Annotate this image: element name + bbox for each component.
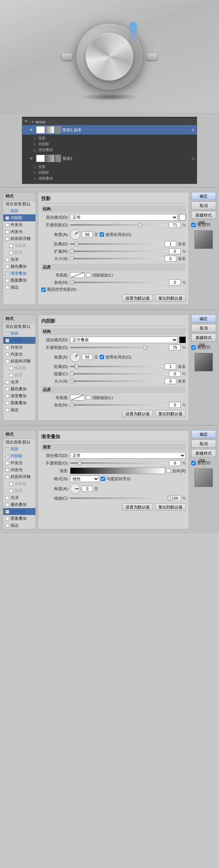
opacity-slider-2[interactable] bbox=[70, 347, 168, 348]
size-slider-1[interactable] bbox=[70, 258, 163, 259]
style-denggaoxian-2[interactable]: 等高线 bbox=[3, 365, 35, 372]
effect-touying1[interactable]: ⊙投影 bbox=[22, 135, 197, 141]
angle-input-2[interactable] bbox=[82, 354, 93, 360]
style-tuan-3[interactable]: 图案叠加 bbox=[3, 515, 35, 522]
opacity-input-3[interactable] bbox=[169, 460, 181, 466]
checkbox-denggaoxian-1[interactable] bbox=[9, 244, 13, 248]
style-guangze-3[interactable]: 光泽 bbox=[3, 494, 35, 501]
ok-btn-1[interactable]: 确定 bbox=[191, 192, 216, 200]
style-yanse-1[interactable]: 颜色叠加 bbox=[3, 263, 35, 270]
checkbox-guangze-1[interactable] bbox=[5, 258, 9, 262]
effect-jianbian2[interactable]: ⊙渐变叠加 bbox=[22, 176, 197, 181]
opacity-input-2[interactable] bbox=[169, 345, 181, 350]
style-wentl-2[interactable]: 纹理 bbox=[3, 372, 35, 379]
style-tuan-1[interactable]: 图案叠加 bbox=[3, 277, 35, 284]
style-neiyinying-2[interactable]: 内阴影 bbox=[3, 337, 35, 344]
style-guangze-2[interactable]: 光泽 bbox=[3, 379, 35, 386]
checkbox-yanse-1[interactable] bbox=[5, 265, 9, 268]
style-guangze-1[interactable]: 光泽 bbox=[3, 256, 35, 263]
style-denggaoxian-3[interactable]: 等高线 bbox=[3, 480, 35, 487]
checkbox-nfaguang-1[interactable] bbox=[5, 230, 9, 234]
size-input-1[interactable] bbox=[165, 256, 176, 262]
checkbox-neiyinying-3[interactable] bbox=[5, 454, 9, 458]
blend-mode-select-1[interactable]: 正常 bbox=[70, 214, 178, 221]
reset-default-btn-1[interactable]: 复位到默认值 bbox=[155, 294, 186, 302]
checkbox-miaobian-1[interactable] bbox=[5, 286, 9, 289]
noise-slider-1[interactable] bbox=[70, 282, 168, 283]
style-wentl-3[interactable]: 纹理 bbox=[3, 487, 35, 494]
style-wafaguang-1[interactable]: 外发光 bbox=[3, 221, 35, 228]
cancel-btn-2[interactable]: 取消 bbox=[191, 324, 216, 332]
opacity-input-1[interactable] bbox=[169, 222, 181, 228]
style-miaobian-1[interactable]: 描边 bbox=[3, 284, 35, 291]
style-nfaguang-1[interactable]: 内发光 bbox=[3, 228, 35, 235]
blend-color-1[interactable] bbox=[179, 214, 186, 221]
style-neiyinying-1[interactable]: 内阴影 bbox=[3, 214, 35, 221]
contour-preview-1[interactable] bbox=[70, 272, 85, 278]
checkbox-yanse-2[interactable] bbox=[5, 387, 9, 391]
style-yanse-3[interactable]: 颜色叠加 bbox=[3, 501, 35, 508]
new-style-btn-2[interactable]: 新建样式(W)... bbox=[191, 334, 216, 342]
layers-arrow-row[interactable]: 👁 ▼ arrow bbox=[22, 119, 197, 125]
style-jianbian-3[interactable]: 渐变叠加 bbox=[3, 508, 35, 515]
checkbox-neiyinying-2[interactable] bbox=[5, 339, 9, 342]
style-xieface-2[interactable]: 斜面和浮雕 bbox=[3, 358, 35, 365]
preview-check-3[interactable] bbox=[191, 461, 196, 465]
alias-check-2[interactable] bbox=[86, 395, 91, 400]
choke-input-2[interactable] bbox=[169, 371, 181, 377]
global-light-check-1[interactable] bbox=[100, 232, 104, 237]
angle-circle-1[interactable] bbox=[70, 229, 80, 240]
global-light-check-2[interactable] bbox=[100, 355, 104, 359]
checkbox-touying-1[interactable] bbox=[5, 209, 9, 213]
eye-icon[interactable]: 👁 bbox=[24, 119, 30, 124]
checkbox-xieface-2[interactable] bbox=[5, 360, 9, 363]
effect-touying2[interactable]: ⊙投影 bbox=[22, 164, 197, 170]
style-touying-2[interactable]: 投影 bbox=[3, 330, 35, 337]
checkbox-miaobian-3[interactable] bbox=[5, 524, 9, 527]
preview-check-1[interactable] bbox=[191, 223, 196, 227]
distance-slider-2[interactable] bbox=[70, 366, 163, 367]
style-miaobian-2[interactable]: 描边 bbox=[3, 406, 35, 413]
distance-slider-1[interactable] bbox=[70, 243, 163, 245]
contour-preview-2[interactable] bbox=[70, 395, 85, 401]
angle-input-1[interactable] bbox=[82, 232, 93, 237]
style-mixed-3[interactable]: 混合选项:默认 bbox=[3, 439, 35, 446]
checkbox-touying-3[interactable] bbox=[5, 447, 9, 451]
eye-icon-shape1[interactable]: 👁 bbox=[30, 157, 35, 161]
checkbox-wafaguang-2[interactable] bbox=[5, 346, 9, 349]
scale-slider-3[interactable] bbox=[70, 497, 168, 499]
size-slider-2[interactable] bbox=[70, 380, 163, 382]
blend-mode-select-2[interactable]: 正片叠底 bbox=[70, 337, 178, 343]
reset-default-btn-2[interactable]: 复位到默认值 bbox=[155, 410, 186, 417]
layer-row-shape1[interactable]: 👁 形状1 fx bbox=[22, 154, 197, 163]
distance-input-2[interactable] bbox=[165, 364, 176, 369]
angle-input-3[interactable] bbox=[82, 486, 93, 492]
checkbox-jianbian-3[interactable] bbox=[5, 510, 9, 514]
checkbox-miaobian-2[interactable] bbox=[5, 408, 9, 412]
preview-check-2[interactable] bbox=[191, 345, 196, 350]
checkbox-denggaoxian-2[interactable] bbox=[9, 367, 13, 370]
style-wafaguang-2[interactable]: 外发光 bbox=[3, 344, 35, 351]
style-denggaoxian-1[interactable]: 等高线 bbox=[3, 242, 35, 249]
effect-neiyinying2[interactable]: ⊙内阴影 bbox=[22, 170, 197, 176]
style-mixed-1[interactable]: 混合选项:默认 bbox=[3, 200, 35, 207]
style-miaobian-3[interactable]: 描边 bbox=[3, 522, 35, 529]
style-wafaguang-3[interactable]: 外发光 bbox=[3, 459, 35, 466]
opacity-slider-3[interactable] bbox=[70, 462, 168, 464]
style-wentl-1[interactable]: 纹理 bbox=[3, 249, 35, 256]
checkbox-wentl-3[interactable] bbox=[9, 489, 13, 493]
alias-check-1[interactable] bbox=[86, 273, 91, 277]
reverse-check-3[interactable] bbox=[166, 469, 171, 473]
checkbox-xieface-3[interactable] bbox=[5, 475, 9, 479]
style-nfaguang-2[interactable]: 内发光 bbox=[3, 351, 35, 358]
set-default-btn-1[interactable]: 设置为默认值 bbox=[122, 294, 153, 302]
spread-input-1[interactable] bbox=[169, 248, 181, 254]
checkbox-guangze-3[interactable] bbox=[5, 496, 9, 500]
set-default-btn-2[interactable]: 设置为默认值 bbox=[122, 410, 153, 417]
checkbox-wafaguang-3[interactable] bbox=[5, 461, 9, 465]
checkbox-jianbian-1[interactable] bbox=[5, 272, 9, 275]
style-touying-3[interactable]: 投影 bbox=[3, 446, 35, 452]
checkbox-wentl-2[interactable] bbox=[9, 373, 13, 377]
ok-btn-2[interactable]: 确定 bbox=[191, 315, 216, 323]
style-select-3[interactable]: 线性 bbox=[70, 476, 99, 482]
